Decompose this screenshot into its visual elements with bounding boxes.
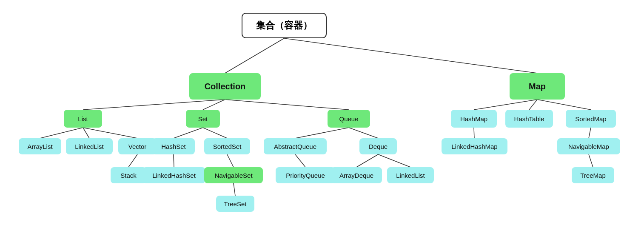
svg-line-6 <box>83 128 89 138</box>
stack-node: Stack <box>111 167 146 183</box>
sortedmap-node: SortedMap <box>566 110 616 128</box>
treeset-label: TreeSet <box>224 200 247 208</box>
arraydeque-label: ArrayDeque <box>339 172 373 179</box>
navigablemap-node: NavigableMap <box>557 138 620 154</box>
svg-line-12 <box>227 154 234 167</box>
list-label: List <box>78 115 88 122</box>
svg-line-11 <box>174 154 174 167</box>
svg-line-16 <box>295 154 305 167</box>
set-node: Set <box>186 110 220 128</box>
deque-label: Deque <box>369 143 388 150</box>
hashset-label: HashSet <box>161 143 186 150</box>
svg-line-10 <box>203 128 227 138</box>
svg-line-3 <box>203 100 225 110</box>
arraydeque-node: ArrayDeque <box>331 167 382 183</box>
linkedhashmap-label: LinkedHashMap <box>451 143 497 150</box>
svg-line-9 <box>174 128 203 138</box>
linkedlist-label: LinkedList <box>75 143 104 150</box>
map-label: Map <box>529 82 546 91</box>
sortedmap-label: SortedMap <box>575 115 606 122</box>
linkedlist-node: LinkedList <box>66 138 113 154</box>
collection-label: Collection <box>205 82 246 91</box>
svg-line-0 <box>225 38 284 73</box>
svg-line-24 <box>589 154 593 167</box>
navigableset-node: NavigableSet <box>204 167 263 183</box>
svg-line-4 <box>225 100 349 110</box>
linkedhashset-label: LinkedHashSet <box>152 172 196 179</box>
svg-line-2 <box>83 100 225 110</box>
svg-line-21 <box>537 100 591 110</box>
svg-line-1 <box>284 38 537 73</box>
vector-label: Vector <box>128 143 147 150</box>
svg-line-7 <box>83 128 137 138</box>
hashtable-label: HashTable <box>514 115 544 122</box>
root-node: 集合（容器） <box>242 13 327 38</box>
vector-node: Vector <box>118 138 157 154</box>
root-label: 集合（容器） <box>256 19 312 32</box>
linkedhashset-node: LinkedHashSet <box>142 167 205 183</box>
set-label: Set <box>198 115 208 122</box>
linkedlist2-node: LinkedList <box>387 167 434 183</box>
svg-line-20 <box>529 100 537 110</box>
svg-line-14 <box>295 128 349 138</box>
sortedset-label: SortedSet <box>213 143 242 150</box>
svg-line-5 <box>40 128 83 138</box>
arraylist-label: ArrayList <box>27 143 52 150</box>
svg-line-17 <box>356 154 378 167</box>
queue-label: Queue <box>339 115 358 122</box>
svg-line-18 <box>378 154 410 167</box>
collection-node: Collection <box>189 73 261 100</box>
priorityqueue-label: PriorityQueue <box>286 172 325 179</box>
navigablemap-label: NavigableMap <box>568 143 609 150</box>
arraylist-node: ArrayList <box>19 138 61 154</box>
abstractqueue-node: AbstractQueue <box>264 138 327 154</box>
sortedset-node: SortedSet <box>204 138 250 154</box>
hashmap-label: HashMap <box>460 115 487 122</box>
navigableset-label: NavigableSet <box>214 172 252 179</box>
treeset-node: TreeSet <box>216 196 254 212</box>
svg-line-19 <box>474 100 537 110</box>
svg-line-8 <box>128 154 137 167</box>
linkedhashmap-node: LinkedHashMap <box>442 138 507 154</box>
diagram: 集合（容器） Collection Map List Set Queue Arr… <box>0 0 644 225</box>
queue-node: Queue <box>328 110 370 128</box>
svg-line-15 <box>349 128 378 138</box>
linkedlist2-label: LinkedList <box>396 172 425 179</box>
stack-label: Stack <box>120 172 137 179</box>
priorityqueue-node: PriorityQueue <box>276 167 335 183</box>
treemap-label: TreeMap <box>580 172 605 179</box>
hashmap-node: HashMap <box>451 110 497 128</box>
deque-node: Deque <box>359 138 397 154</box>
map-node: Map <box>510 73 565 100</box>
abstractqueue-label: AbstractQueue <box>274 143 316 150</box>
list-node: List <box>64 110 102 128</box>
treemap-node: TreeMap <box>572 167 614 183</box>
svg-line-13 <box>234 183 235 196</box>
hashtable-node: HashTable <box>505 110 553 128</box>
svg-line-23 <box>589 128 591 138</box>
svg-line-22 <box>474 128 474 138</box>
hashset-node: HashSet <box>152 138 195 154</box>
